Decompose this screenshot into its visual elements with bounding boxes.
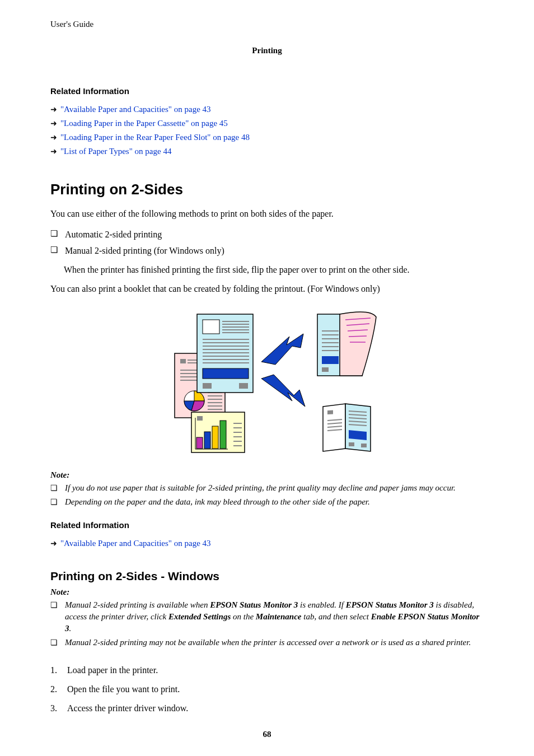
related-links-list-2: "Available Paper and Capacities" on page… [50, 536, 484, 550]
note-heading-2: Note: [50, 587, 484, 597]
page-number: 68 [0, 730, 534, 739]
link-loading-cassette[interactable]: "Loading Paper in the Paper Cassette" on… [50, 116, 484, 130]
note-item-network: Manual 2-sided printing may not be avail… [50, 636, 484, 650]
svg-rect-62 [322, 367, 329, 372]
header-section-title: Printing [50, 46, 484, 55]
step-open-file: Open the file you want to print. [50, 680, 484, 699]
method-manual: Manual 2-sided printing (for Windows onl… [50, 242, 484, 259]
manual-subtext: When the printer has finished printing t… [64, 263, 484, 277]
heading-printing-2-sides-windows: Printing on 2-Sides - Windows [50, 570, 484, 583]
svg-rect-75 [361, 444, 367, 447]
methods-list: Automatic 2-sided printing Manual 2-side… [50, 226, 484, 259]
svg-rect-2 [180, 359, 186, 363]
svg-marker-73 [349, 430, 367, 440]
note-item-quality: If you do not use paper that is suitable… [50, 481, 484, 495]
related-information-heading: Related Information [50, 86, 484, 96]
heading-printing-2-sides: Printing on 2-Sides [50, 181, 484, 198]
two-sided-printing-figure [149, 306, 385, 457]
step-load-paper: Load paper in the printer. [50, 661, 484, 680]
note-item-status-monitor: Manual 2-sided printing is available whe… [50, 598, 484, 636]
svg-line-53 [349, 336, 367, 337]
svg-rect-44 [203, 368, 249, 379]
link-available-paper-2[interactable]: "Available Paper and Capacities" on page… [50, 536, 484, 550]
svg-rect-30 [203, 320, 219, 334]
svg-marker-47 [261, 334, 303, 365]
note-heading-1: Note: [50, 470, 484, 480]
note-list-2: Manual 2-sided printing is available whe… [50, 598, 484, 650]
link-paper-types[interactable]: "List of Paper Types" on page 44 [50, 144, 484, 158]
note-list-1: If you do not use paper that is suitable… [50, 481, 484, 509]
svg-marker-48 [261, 375, 305, 407]
note-item-bleed: Depending on the paper and the data, ink… [50, 495, 484, 509]
step-access-driver: Access the printer driver window. [50, 699, 484, 718]
svg-rect-74 [349, 442, 354, 446]
svg-rect-18 [212, 426, 218, 449]
related-links-list-1: "Available Paper and Capacities" on page… [50, 102, 484, 158]
method-automatic: Automatic 2-sided printing [50, 226, 484, 242]
svg-rect-19 [220, 421, 226, 449]
svg-rect-63 [327, 410, 333, 415]
svg-rect-22 [197, 416, 203, 421]
svg-rect-45 [203, 383, 212, 389]
header-guide-title: User's Guide [50, 20, 484, 29]
link-available-paper[interactable]: "Available Paper and Capacities" on page… [50, 102, 484, 116]
related-information-heading-2: Related Information [50, 520, 484, 530]
steps-list: Load paper in the printer. Open the file… [50, 661, 484, 718]
svg-rect-61 [322, 356, 339, 364]
svg-rect-17 [204, 432, 210, 449]
link-loading-rear-slot[interactable]: "Loading Paper in the Rear Paper Feed Sl… [50, 130, 484, 144]
svg-rect-46 [239, 383, 248, 389]
intro-paragraph: You can use either of the following meth… [50, 207, 484, 221]
booklet-text: You can also print a booklet that can be… [50, 282, 484, 296]
svg-rect-16 [196, 437, 203, 449]
